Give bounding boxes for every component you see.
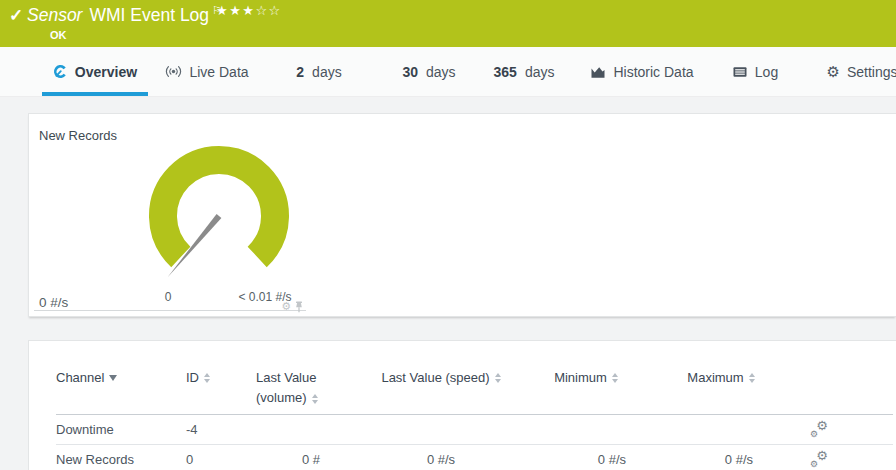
tab-overview[interactable]: Overview [42,47,148,96]
minimum-value: 0 #/s [516,452,656,467]
tab-label: Historic Data [613,64,693,80]
new-records-gauge-widget: New Records 0 < 0.01 #/s 0 #/s ⚙ [34,119,306,311]
maximum-value: 0 #/s [656,452,786,467]
tab-log[interactable]: Log [726,47,784,96]
channel-table: Channel ID Last Value (volume) Last Valu… [56,341,893,470]
sensor-header: ✓ SensorWMI Event Log⚐ ★★★☆☆ OK [0,0,896,47]
sensor-type-label: Sensor [27,5,82,25]
sort-icon [749,373,755,383]
gauge-icon [53,64,68,79]
pin-icon[interactable] [294,301,304,313]
list-icon [732,65,748,79]
column-label: Minimum [554,370,607,385]
channel-table-header: Channel ID Last Value (volume) Last Valu… [56,341,893,415]
column-header-last-value-volume[interactable]: Last Value (volume) [256,370,366,405]
overview-gauge-panel: New Records 0 < 0.01 #/s 0 #/s ⚙ [28,113,896,317]
column-header-minimum[interactable]: Minimum [516,370,656,385]
area-chart-icon [590,65,606,79]
sort-icon [495,373,501,383]
tab-30-days[interactable]: 30 days [394,47,464,96]
table-row-new-records[interactable]: New Records 0 0 # 0 #/s 0 #/s 0 #/s ⚙⚙ [56,445,893,470]
gear-icon: ⚙ [826,63,839,81]
column-label: (volume) [256,390,307,405]
tab-number: 365 [494,64,517,80]
tab-label: Log [755,64,778,80]
column-header-id[interactable]: ID [186,370,256,385]
tab-historic-data[interactable]: Historic Data [586,47,698,96]
column-label: Last Value [256,370,316,385]
column-header-maximum[interactable]: Maximum [656,370,786,385]
channel-id: -4 [186,422,256,437]
tab-label: Overview [75,64,137,80]
row-actions: ⚙⚙ [786,450,893,469]
priority-star-rating[interactable]: ★★★☆☆ [216,3,282,18]
sensor-name: WMI Event Log [89,5,209,25]
channel-table-body: Downtime -4 ⚙⚙ New Records 0 0 # 0 #/s 0… [56,415,893,470]
tab-label: days [525,64,555,80]
sort-icon [312,394,318,404]
tab-number: 30 [402,64,418,80]
column-label: Last Value (speed) [381,370,489,385]
tab-number: 2 [296,64,304,80]
tab-label: Live Data [189,64,248,80]
column-label: ID [186,370,199,385]
sort-icon [612,373,618,383]
gauge-arc [163,160,275,257]
tab-live-data[interactable]: Live Data [158,47,256,96]
channel-id: 0 [186,452,256,467]
tab-label: Settings [847,64,896,80]
channel-table-panel: Channel ID Last Value (volume) Last Valu… [28,340,896,470]
channel-name[interactable]: New Records [56,452,186,467]
tab-settings[interactable]: ⚙ Settings [822,47,896,96]
tab-label: days [426,64,456,80]
tab-2-days[interactable]: 2 days [288,47,350,96]
gauge-widget-controls: ⚙ [281,300,304,313]
widget-gear-icon[interactable]: ⚙ [281,300,291,313]
sort-desc-icon [109,375,117,381]
broadcast-icon [165,64,182,79]
last-value-volume: 0 # [256,452,366,467]
gauge-title: New Records [39,128,117,143]
gauge-chart [129,134,309,284]
tab-label: days [312,64,342,80]
column-header-channel[interactable]: Channel [56,370,186,385]
row-actions: ⚙⚙ [786,420,893,439]
column-label: Maximum [687,370,743,385]
column-header-last-value-speed[interactable]: Last Value (speed) [366,370,516,385]
channel-settings-gears-icon[interactable]: ⚙⚙ [810,450,828,466]
page-title: SensorWMI Event Log⚐ [27,4,222,26]
gauge-current-value: 0 #/s [39,295,68,310]
column-label: Channel [56,370,104,385]
last-value-speed: 0 #/s [366,452,516,467]
status-badge: OK [50,29,67,41]
table-row-downtime[interactable]: Downtime -4 ⚙⚙ [56,415,893,445]
sort-icon [204,373,210,383]
tab-bar: Overview Live Data 2 days 30 days 365 da… [0,47,896,97]
tab-365-days[interactable]: 365 days [484,47,564,96]
status-ok-check-icon: ✓ [9,5,23,26]
gauge-scale-min: 0 [154,290,182,304]
channel-settings-gears-icon[interactable]: ⚙⚙ [810,420,828,436]
channel-name[interactable]: Downtime [56,422,186,437]
